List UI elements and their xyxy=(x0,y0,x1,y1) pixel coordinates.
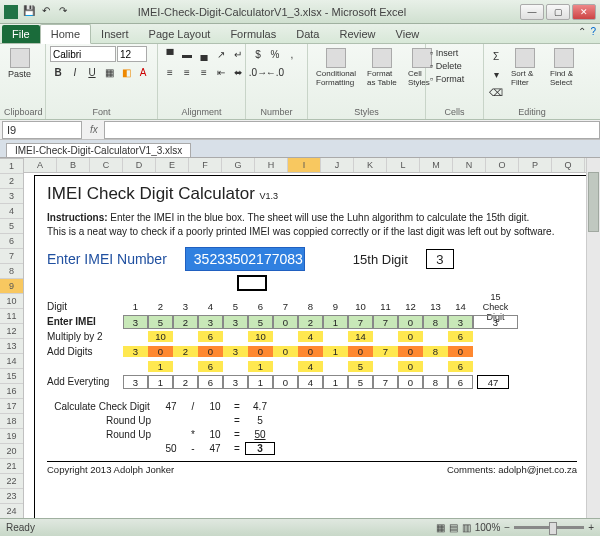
tab-formulas[interactable]: Formulas xyxy=(220,25,286,43)
increase-decimal-button[interactable]: .0→ xyxy=(250,64,266,80)
row-header[interactable]: 14 xyxy=(0,354,23,369)
align-center-button[interactable]: ≡ xyxy=(179,64,195,80)
align-middle-button[interactable]: ▬ xyxy=(179,46,195,62)
paste-button[interactable]: Paste xyxy=(4,46,35,81)
name-box[interactable]: I9 xyxy=(2,121,82,139)
row-header[interactable]: 22 xyxy=(0,474,23,489)
help-icon[interactable]: ? xyxy=(590,26,596,37)
row-header[interactable]: 23 xyxy=(0,489,23,504)
row-header[interactable]: 21 xyxy=(0,459,23,474)
row-header[interactable]: 4 xyxy=(0,204,23,219)
column-header[interactable]: Q xyxy=(552,158,585,172)
row-header[interactable]: 16 xyxy=(0,384,23,399)
column-headers[interactable]: ABCDEFGHIJKLMNOPQ xyxy=(24,158,600,173)
row-header[interactable]: 13 xyxy=(0,339,23,354)
format-cells-button[interactable]: ▫ Format xyxy=(430,74,464,84)
close-button[interactable]: ✕ xyxy=(572,4,596,20)
decrease-decimal-button[interactable]: ←.0 xyxy=(267,64,283,80)
border-button[interactable]: ▦ xyxy=(101,64,117,80)
percent-button[interactable]: % xyxy=(267,46,283,62)
autosum-button[interactable]: Σ xyxy=(488,48,504,64)
fill-button[interactable]: ▾ xyxy=(488,66,504,82)
row-header[interactable]: 10 xyxy=(0,294,23,309)
tab-page-layout[interactable]: Page Layout xyxy=(139,25,221,43)
column-header[interactable]: I xyxy=(288,158,321,172)
align-left-button[interactable]: ≡ xyxy=(162,64,178,80)
scrollbar-thumb[interactable] xyxy=(588,172,599,232)
zoom-level[interactable]: 100% xyxy=(475,522,501,533)
imei-input[interactable]: 35233502177083 xyxy=(185,247,305,271)
tab-file[interactable]: File xyxy=(2,25,40,43)
column-header[interactable]: G xyxy=(222,158,255,172)
workbook-tab[interactable]: IMEI-Check-Digit-CalculatorV1_3.xlsx xyxy=(6,143,191,157)
row-header[interactable]: 5 xyxy=(0,219,23,234)
row-header[interactable]: 15 xyxy=(0,369,23,384)
row-header[interactable]: 7 xyxy=(0,249,23,264)
view-normal-icon[interactable]: ▦ xyxy=(436,522,445,533)
fx-icon[interactable]: fx xyxy=(84,124,104,135)
row-headers[interactable]: 1234567891011121314151617181920212223242… xyxy=(0,159,24,536)
italic-button[interactable]: I xyxy=(67,64,83,80)
column-header[interactable]: N xyxy=(453,158,486,172)
align-right-button[interactable]: ≡ xyxy=(196,64,212,80)
fill-color-button[interactable]: ◧ xyxy=(118,64,134,80)
column-header[interactable]: D xyxy=(123,158,156,172)
tab-data[interactable]: Data xyxy=(286,25,329,43)
wrap-text-button[interactable]: ↵ xyxy=(230,46,246,62)
column-header[interactable]: J xyxy=(321,158,354,172)
column-header[interactable]: C xyxy=(90,158,123,172)
view-break-icon[interactable]: ▥ xyxy=(462,522,471,533)
row-header[interactable]: 11 xyxy=(0,309,23,324)
save-icon[interactable]: 💾 xyxy=(22,3,36,17)
view-layout-icon[interactable]: ▤ xyxy=(449,522,458,533)
column-header[interactable]: O xyxy=(486,158,519,172)
column-header[interactable]: K xyxy=(354,158,387,172)
format-as-table-button[interactable]: Format as Table xyxy=(363,46,401,89)
sort-filter-button[interactable]: Sort & Filter xyxy=(507,46,543,89)
tab-view[interactable]: View xyxy=(386,25,430,43)
align-top-button[interactable]: ▀ xyxy=(162,46,178,62)
find-select-button[interactable]: Find & Select xyxy=(546,46,582,89)
column-header[interactable]: L xyxy=(387,158,420,172)
clear-button[interactable]: ⌫ xyxy=(488,84,504,100)
font-size-select[interactable] xyxy=(117,46,147,62)
tab-review[interactable]: Review xyxy=(329,25,385,43)
active-cell-cursor[interactable] xyxy=(237,275,267,291)
row-header[interactable]: 3 xyxy=(0,189,23,204)
font-color-button[interactable]: A xyxy=(135,64,151,80)
font-name-select[interactable] xyxy=(50,46,116,62)
tab-home[interactable]: Home xyxy=(40,24,91,44)
column-header[interactable]: E xyxy=(156,158,189,172)
row-header[interactable]: 9 xyxy=(0,279,23,294)
minimize-button[interactable]: — xyxy=(520,4,544,20)
row-header[interactable]: 8 xyxy=(0,264,23,279)
tab-insert[interactable]: Insert xyxy=(91,25,139,43)
currency-button[interactable]: $ xyxy=(250,46,266,62)
column-header[interactable]: B xyxy=(57,158,90,172)
row-header[interactable]: 20 xyxy=(0,444,23,459)
indent-dec-button[interactable]: ⇤ xyxy=(213,64,229,80)
vertical-scrollbar[interactable] xyxy=(586,158,600,518)
column-header[interactable]: H xyxy=(255,158,288,172)
undo-icon[interactable]: ↶ xyxy=(39,3,53,17)
column-header[interactable]: P xyxy=(519,158,552,172)
maximize-button[interactable]: ▢ xyxy=(546,4,570,20)
column-header[interactable]: F xyxy=(189,158,222,172)
row-header[interactable]: 2 xyxy=(0,174,23,189)
zoom-in-button[interactable]: + xyxy=(588,522,594,533)
column-header[interactable]: M xyxy=(420,158,453,172)
zoom-slider[interactable] xyxy=(514,526,584,529)
zoom-out-button[interactable]: − xyxy=(504,522,510,533)
delete-cells-button[interactable]: ▫ Delete xyxy=(430,61,464,71)
formula-input[interactable] xyxy=(104,121,600,139)
row-header[interactable]: 6 xyxy=(0,234,23,249)
comma-button[interactable]: , xyxy=(284,46,300,62)
row-header[interactable]: 17 xyxy=(0,399,23,414)
bold-button[interactable]: B xyxy=(50,64,66,80)
row-header[interactable]: 1 xyxy=(0,159,23,174)
minimize-ribbon-icon[interactable]: ⌃ xyxy=(578,26,586,37)
row-header[interactable]: 18 xyxy=(0,414,23,429)
insert-cells-button[interactable]: ▫ Insert xyxy=(430,48,464,58)
redo-icon[interactable]: ↷ xyxy=(56,3,70,17)
row-header[interactable]: 12 xyxy=(0,324,23,339)
